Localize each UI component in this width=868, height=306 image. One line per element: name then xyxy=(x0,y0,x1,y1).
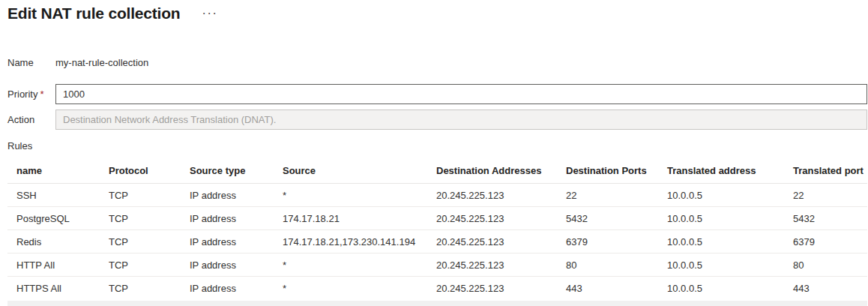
table-cell: 6379 xyxy=(784,230,867,254)
name-label: Name xyxy=(7,57,55,68)
rules-table-header-row: nameProtocolSource typeSourceDestination… xyxy=(7,160,867,184)
name-value: my-nat-rule-collection xyxy=(55,57,148,68)
rules-section-label: Rules xyxy=(7,140,867,152)
table-cell: * xyxy=(274,184,427,207)
more-options-icon[interactable]: ··· xyxy=(200,8,222,20)
table-row[interactable]: PostgreSQLTCPIP address174.17.18.2120.24… xyxy=(7,207,867,230)
column-header: Translated address xyxy=(658,160,784,184)
table-cell: 22 xyxy=(557,184,658,207)
table-row[interactable]: RedisTCPIP address174.17.18.21,173.230.1… xyxy=(7,230,867,254)
table-cell: * xyxy=(274,277,427,300)
table-cell: 174.17.18.21 xyxy=(274,207,427,230)
table-cell: 20.245.225.123 xyxy=(427,184,557,207)
table-cell: TCP xyxy=(100,184,181,207)
priority-label: Priority* xyxy=(7,88,55,100)
table-cell: TCP xyxy=(100,254,181,277)
table-row[interactable]: SSHTCPIP address*20.245.225.1232210.0.0.… xyxy=(7,184,867,207)
table-cell: TCP xyxy=(100,207,181,230)
table-cell: TCP xyxy=(100,277,181,300)
table-row[interactable]: HTTP AllTCPIP address*20.245.225.1238010… xyxy=(7,254,867,277)
table-cell: PostgreSQL xyxy=(7,207,100,230)
nat-collection-form: Name my-nat-rule-collection Priority* Ac… xyxy=(7,57,867,306)
action-label: Action xyxy=(7,114,55,125)
column-header: Source type xyxy=(181,160,274,184)
table-cell: 20.245.225.123 xyxy=(427,254,557,277)
table-cell: IP address xyxy=(181,254,274,277)
rules-table: nameProtocolSource typeSourceDestination… xyxy=(7,160,867,300)
horizontal-scrollbar-track[interactable] xyxy=(7,301,867,306)
action-input xyxy=(55,110,867,130)
blade-header: Edit NAT rule collection ··· xyxy=(7,4,867,22)
table-cell: 443 xyxy=(557,277,658,300)
table-cell: 20.245.225.123 xyxy=(427,277,557,300)
edit-nat-rule-collection-blade: Edit NAT rule collection ··· Name my-nat… xyxy=(0,0,868,306)
table-cell: 6379 xyxy=(557,230,658,254)
table-cell: IP address xyxy=(181,207,274,230)
priority-input[interactable] xyxy=(55,84,867,104)
table-cell: HTTPS All xyxy=(7,277,100,300)
table-cell: 10.0.0.5 xyxy=(658,207,784,230)
table-cell: 20.245.225.123 xyxy=(427,230,557,254)
priority-field-row: Priority* xyxy=(7,84,867,104)
table-cell: * xyxy=(274,254,427,277)
table-cell: TCP xyxy=(100,230,181,254)
column-header: Translated port xyxy=(784,160,867,184)
table-cell: IP address xyxy=(181,184,274,207)
table-cell: 174.17.18.21,173.230.141.194 xyxy=(274,230,427,254)
name-field-row: Name my-nat-rule-collection xyxy=(7,57,867,68)
table-cell: 443 xyxy=(784,277,867,300)
table-cell: 10.0.0.5 xyxy=(658,254,784,277)
rules-table-body: SSHTCPIP address*20.245.225.1232210.0.0.… xyxy=(7,184,867,300)
table-cell: IP address xyxy=(181,277,274,300)
column-header: Source xyxy=(274,160,427,184)
table-cell: Redis xyxy=(7,230,100,254)
column-header: name xyxy=(7,160,100,184)
page-title: Edit NAT rule collection xyxy=(7,4,181,22)
table-cell: 5432 xyxy=(557,207,658,230)
table-cell: 22 xyxy=(784,184,867,207)
table-cell: 5432 xyxy=(784,207,867,230)
table-cell: 20.245.225.123 xyxy=(427,207,557,230)
table-cell: 10.0.0.5 xyxy=(658,277,784,300)
table-cell: 10.0.0.5 xyxy=(658,184,784,207)
column-header: Protocol xyxy=(100,160,181,184)
table-row[interactable]: HTTPS AllTCPIP address*20.245.225.123443… xyxy=(7,277,867,300)
table-cell: 80 xyxy=(557,254,658,277)
table-cell: HTTP All xyxy=(7,254,100,277)
table-cell: SSH xyxy=(7,184,100,207)
table-cell: 10.0.0.5 xyxy=(658,230,784,254)
table-cell: 80 xyxy=(784,254,867,277)
required-asterisk: * xyxy=(40,88,43,100)
table-cell: IP address xyxy=(181,230,274,254)
column-header: Destination Ports xyxy=(557,160,658,184)
column-header: Destination Addresses xyxy=(427,160,557,184)
action-field-row: Action xyxy=(7,110,867,130)
